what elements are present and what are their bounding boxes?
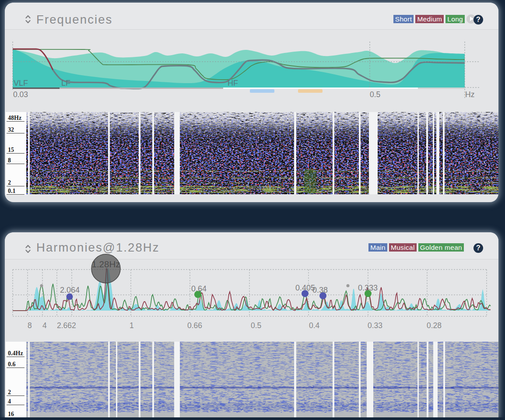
svg-text:HF: HF bbox=[228, 79, 238, 88]
svg-text:0.33: 0.33 bbox=[368, 321, 382, 330]
svg-text:2.064: 2.064 bbox=[60, 286, 80, 294]
svg-text:2.662: 2.662 bbox=[57, 321, 76, 330]
svg-text:0.03: 0.03 bbox=[13, 90, 28, 99]
svg-text:0.28: 0.28 bbox=[427, 321, 442, 330]
svg-text:0.38: 0.38 bbox=[312, 286, 328, 294]
svg-text:8: 8 bbox=[28, 321, 32, 330]
svg-text:0.66: 0.66 bbox=[187, 321, 202, 330]
svg-text:0.333: 0.333 bbox=[358, 284, 378, 292]
svg-text:0.4: 0.4 bbox=[309, 321, 320, 330]
svg-text:4: 4 bbox=[42, 321, 47, 330]
svg-text:VLF: VLF bbox=[14, 79, 28, 88]
svg-text:Hz: Hz bbox=[465, 90, 474, 99]
svg-text:0.5: 0.5 bbox=[251, 321, 261, 330]
svg-text:0.5: 0.5 bbox=[370, 90, 380, 99]
svg-text:LF: LF bbox=[61, 79, 70, 88]
svg-text:1: 1 bbox=[130, 321, 134, 330]
svg-text:1.28Hz: 1.28Hz bbox=[92, 259, 120, 269]
svg-text:0.64: 0.64 bbox=[191, 284, 207, 293]
